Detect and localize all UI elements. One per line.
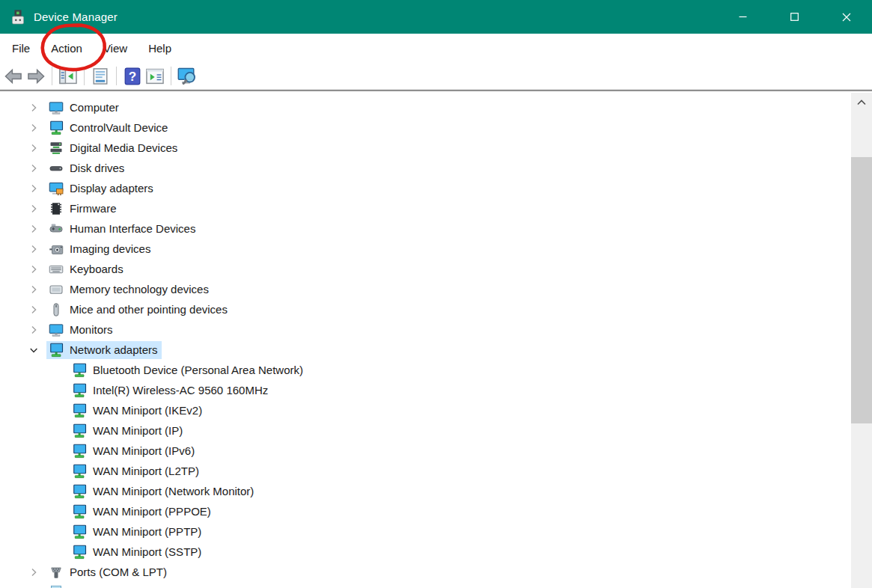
maximize-button[interactable]: [769, 0, 820, 34]
tree-item-content[interactable]: WAN Miniport (IKEv2): [70, 402, 206, 420]
chevron-right-icon: [28, 263, 40, 275]
tree-expander[interactable]: [28, 324, 40, 336]
tree-item-label: Bluetooth Device (Personal Area Network): [93, 364, 303, 376]
tree-item-content[interactable]: Keyboards: [46, 260, 127, 278]
tree-item-content[interactable]: Digital Media Devices: [46, 139, 181, 157]
tree-item-content[interactable]: Monitors: [46, 321, 117, 339]
hid-icon: [48, 221, 64, 236]
network-adapter-icon: [71, 545, 88, 560]
tree-expander[interactable]: [28, 122, 40, 134]
tree-item-content[interactable]: WAN Miniport (IP): [70, 422, 186, 440]
tree-expander[interactable]: [28, 243, 40, 255]
tree-item-content[interactable]: WAN Miniport (Network Monitor): [70, 483, 257, 500]
tree-expander[interactable]: [28, 203, 40, 215]
show-hide-action-pane-button[interactable]: [144, 65, 166, 88]
tree-expander[interactable]: [28, 142, 40, 154]
tree-item-firmware[interactable]: Firmware: [0, 198, 851, 218]
scrollbar-thumb[interactable]: [851, 157, 872, 423]
show-hide-console-tree-button[interactable]: [57, 65, 79, 88]
tree-item-wan-miniport-pppoe[interactable]: WAN Miniport (PPPOE): [0, 501, 851, 521]
forward-button[interactable]: [25, 65, 47, 88]
tree-item-mice-and-other-pointing-devices[interactable]: Mice and other pointing devices: [0, 299, 851, 319]
tree-item-wan-miniport-ip[interactable]: WAN Miniport (IP): [0, 420, 851, 441]
scroll-up-button[interactable]: [851, 93, 872, 112]
tree-item-content[interactable]: Human Interface Devices: [46, 220, 199, 238]
tree-expander[interactable]: [28, 183, 40, 195]
tree-item-label: WAN Miniport (PPTP): [93, 525, 201, 538]
chevron-right-icon: [28, 142, 40, 154]
tree-item-wan-miniport-ikev2[interactable]: WAN Miniport (IKEv2): [0, 400, 851, 420]
media-device-icon: [48, 141, 64, 156]
tree-item-label: Keyboards: [70, 263, 124, 275]
chevron-right-icon: [28, 203, 40, 215]
tree-item-content[interactable]: Firmware: [46, 200, 121, 218]
tree-item-bluetooth-device-personal-area-network[interactable]: Bluetooth Device (Personal Area Network): [0, 360, 851, 380]
network-adapter-icon: [71, 464, 88, 479]
firmware-icon: [48, 201, 64, 216]
tree-item-content[interactable]: Mice and other pointing devices: [46, 301, 231, 319]
tree-expander[interactable]: [28, 566, 40, 578]
close-button[interactable]: [820, 0, 872, 34]
tree-item-content[interactable]: WAN Miniport (PPTP): [70, 523, 205, 541]
tree-item-wan-miniport-l2tp[interactable]: WAN Miniport (L2TP): [0, 461, 851, 481]
tree-item-content[interactable]: Computer: [46, 99, 123, 117]
tree-expander[interactable]: [28, 263, 40, 275]
computer-icon: [48, 100, 64, 115]
network-adapter-icon: [71, 403, 88, 418]
tree-item-display-adapters[interactable]: Display adapters: [0, 178, 851, 198]
tree-expander[interactable]: [28, 304, 40, 316]
tree-item-human-interface-devices[interactable]: Human Interface Devices: [0, 218, 851, 239]
tree-item-content[interactable]: WAN Miniport (SSTP): [70, 543, 205, 561]
tree-item-wan-miniport-network-monitor[interactable]: WAN Miniport (Network Monitor): [0, 481, 851, 501]
tree-item-content[interactable]: WAN Miniport (L2TP): [70, 462, 203, 480]
tree-item-network-adapters[interactable]: Network adapters: [0, 340, 851, 360]
tree-item-digital-media-devices[interactable]: Digital Media Devices: [0, 138, 851, 158]
back-button[interactable]: [2, 65, 25, 88]
tree-item-content[interactable]: WAN Miniport (IPv6): [70, 442, 198, 460]
tree-item-computer[interactable]: Computer: [0, 97, 851, 117]
menu-file[interactable]: File: [1, 37, 40, 59]
tree-item-content[interactable]: Intel(R) Wireless-AC 9560 160MHz: [70, 382, 272, 399]
tree-item-imaging-devices[interactable]: Imaging devices: [0, 239, 851, 259]
mouse-icon: [48, 302, 64, 317]
menu-view[interactable]: View: [93, 37, 138, 59]
tree-item-content[interactable]: Memory technology devices: [46, 281, 213, 298]
tree-expander[interactable]: [28, 344, 40, 356]
tree-item-label: Firmware: [70, 202, 117, 215]
minimize-button[interactable]: [717, 0, 769, 34]
tree-item-content[interactable]: Bluetooth Device (Personal Area Network): [70, 361, 307, 379]
tree-item-content[interactable]: Ports (COM & LPT): [46, 563, 171, 581]
tree-item-controlvault-device[interactable]: ControlVault Device: [0, 117, 851, 138]
mouse-icon: [48, 302, 64, 317]
scan-for-hardware-changes-button[interactable]: [176, 65, 198, 88]
tree-item-print-queues[interactable]: Print queues: [0, 582, 851, 588]
tree-item-content[interactable]: Imaging devices: [46, 240, 154, 258]
vertical-scrollbar[interactable]: [851, 93, 872, 588]
tree-expander[interactable]: [28, 223, 40, 235]
tree-item-disk-drives[interactable]: Disk drives: [0, 158, 851, 178]
properties-button[interactable]: [89, 65, 112, 88]
tree-item-wan-miniport-ipv6[interactable]: WAN Miniport (IPv6): [0, 441, 851, 461]
tree-item-wan-miniport-pptp[interactable]: WAN Miniport (PPTP): [0, 521, 851, 542]
tree-expander[interactable]: [28, 102, 40, 114]
tree-item-monitors[interactable]: Monitors: [0, 319, 851, 340]
serial-port-icon: [48, 565, 64, 580]
help-button[interactable]: ?: [121, 65, 144, 88]
tree-item-content[interactable]: Disk drives: [46, 159, 128, 177]
menu-help[interactable]: Help: [138, 37, 182, 59]
tree-item-content[interactable]: Print queues: [46, 584, 136, 588]
tree-item-content[interactable]: ControlVault Device: [46, 119, 171, 137]
menu-action[interactable]: Action: [40, 37, 93, 59]
chevron-right-icon: [28, 122, 40, 134]
computer-icon: [48, 100, 64, 115]
tree-item-content[interactable]: Display adapters: [46, 180, 157, 197]
tree-item-ports-com-lpt[interactable]: Ports (COM & LPT): [0, 562, 851, 582]
tree-expander[interactable]: [28, 162, 40, 174]
tree-item-wan-miniport-sstp[interactable]: WAN Miniport (SSTP): [0, 542, 851, 562]
tree-item-intel-r-wireless-ac-9560-160mhz[interactable]: Intel(R) Wireless-AC 9560 160MHz: [0, 380, 851, 400]
tree-item-memory-technology-devices[interactable]: Memory technology devices: [0, 279, 851, 299]
tree-expander[interactable]: [28, 284, 40, 295]
tree-item-content[interactable]: WAN Miniport (PPPOE): [70, 503, 215, 521]
tree-item-keyboards[interactable]: Keyboards: [0, 259, 851, 279]
tree-item-content[interactable]: Network adapters: [46, 341, 162, 359]
